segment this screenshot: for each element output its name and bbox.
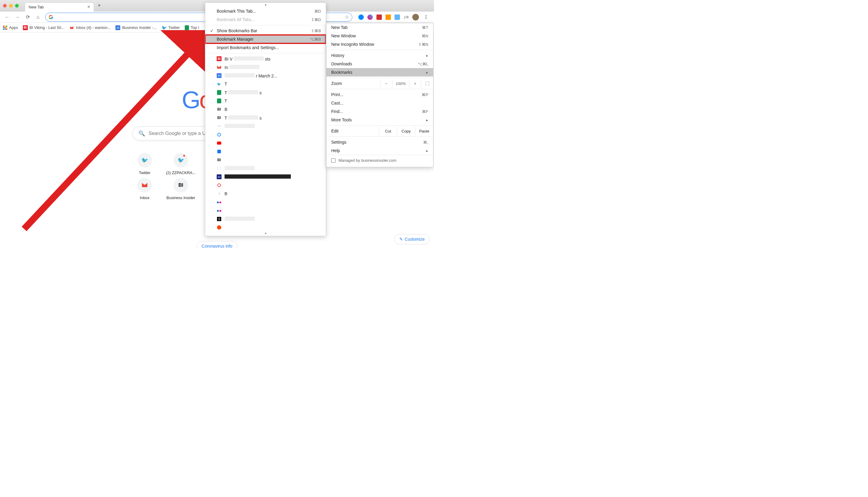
bookmark-this-tab-item[interactable]: Bookmark This Tab... ⌘D bbox=[205, 7, 326, 15]
menu-find[interactable]: Find...⌘F bbox=[326, 107, 433, 116]
menu-separator bbox=[205, 25, 326, 25]
new-tab-button[interactable]: + bbox=[96, 1, 102, 10]
zoom-in-button[interactable]: + bbox=[409, 79, 421, 88]
shortcut-tile[interactable]: BI Business Insider bbox=[164, 178, 197, 200]
bookmark-title: T s bbox=[225, 90, 321, 95]
maximize-window-button[interactable] bbox=[15, 4, 19, 8]
menu-shortcut: ⇧⌘D bbox=[311, 17, 321, 22]
scroll-up-indicator[interactable]: ▴ bbox=[205, 3, 326, 7]
cut-button[interactable]: Cut bbox=[379, 127, 397, 135]
menu-history[interactable]: History▸ bbox=[326, 51, 433, 60]
extension-icon[interactable] bbox=[386, 14, 391, 20]
bookmark-list-item[interactable] bbox=[205, 223, 326, 232]
favicon-icon bbox=[217, 65, 222, 70]
forward-button[interactable]: → bbox=[13, 13, 22, 22]
bookmark-list-item[interactable]: In bbox=[205, 63, 326, 71]
menu-settings[interactable]: Settings⌘, bbox=[326, 138, 433, 146]
bookmark-list-item[interactable] bbox=[205, 198, 326, 206]
home-button[interactable]: ⌂ bbox=[34, 13, 42, 22]
back-button[interactable]: ← bbox=[3, 13, 12, 22]
extension-icon[interactable] bbox=[367, 14, 373, 20]
menu-bookmarks[interactable]: Bookmarks▸ bbox=[326, 68, 433, 76]
scroll-down-indicator[interactable]: ▾ bbox=[205, 232, 326, 236]
extension-icon[interactable] bbox=[358, 14, 364, 20]
menu-downloads[interactable]: Downloads⌥⌘L bbox=[326, 60, 433, 68]
menu-new-tab[interactable]: New Tab⌘T bbox=[326, 23, 433, 32]
bookmark-list-item[interactable] bbox=[205, 130, 326, 139]
gmail-favicon-icon bbox=[69, 25, 74, 30]
bookmark-list-item[interactable]: 〃B bbox=[205, 189, 326, 198]
bookmark-list-item[interactable] bbox=[205, 147, 326, 156]
chrome-menu-button[interactable] bbox=[422, 15, 429, 19]
bookmark-manager-item[interactable]: Bookmark Manager ⌥⌘B bbox=[205, 35, 326, 43]
show-bookmarks-bar-item[interactable]: ✓ Show Bookmarks Bar ⇧⌘B bbox=[205, 27, 326, 35]
import-bookmarks-item[interactable]: Import Bookmarks and Settings... bbox=[205, 43, 326, 52]
menu-cast[interactable]: Cast... bbox=[326, 99, 433, 107]
managed-label: Managed by businessinsider.com bbox=[338, 158, 396, 163]
bookmark-list-item[interactable]: BIB bbox=[205, 105, 326, 114]
browser-tab[interactable]: New Tab × bbox=[25, 2, 94, 12]
profile-avatar[interactable] bbox=[412, 14, 419, 20]
fullscreen-button[interactable]: ⛶ bbox=[421, 79, 433, 88]
zoom-out-button[interactable]: − bbox=[380, 79, 392, 88]
minimize-window-button[interactable] bbox=[9, 4, 13, 8]
bookmark-list-item[interactable]: T s bbox=[205, 88, 326, 97]
bookmark-list-item[interactable]: T bbox=[205, 97, 326, 105]
bookmark-item[interactable]: 🐦 Twitter bbox=[162, 25, 180, 30]
bookmark-list-item[interactable]: 〰 bbox=[205, 122, 326, 130]
tab-close-button[interactable]: × bbox=[87, 4, 90, 10]
bookmark-item[interactable]: 24 Business Insider -... bbox=[115, 25, 156, 30]
bookmark-list-item[interactable]: 🐦T bbox=[205, 80, 326, 88]
reload-button[interactable]: ⟳ bbox=[24, 13, 32, 22]
menu-new-window[interactable]: New Window⌘N bbox=[326, 32, 433, 40]
menu-label: Zoom bbox=[326, 81, 380, 86]
bookmark-title: In bbox=[225, 65, 321, 70]
bookmark-list-item[interactable]: ⋮⋮ bbox=[205, 164, 326, 173]
bookmark-label: Twitter bbox=[168, 25, 180, 30]
bookmark-list-item[interactable] bbox=[205, 139, 326, 147]
menu-help[interactable]: Help▸ bbox=[326, 146, 433, 155]
bookmark-list-item[interactable]: AV bbox=[205, 173, 326, 181]
bookmark-title: T bbox=[225, 99, 321, 103]
twitter-favicon-icon: 🐦 bbox=[162, 25, 167, 30]
bookmark-list-item[interactable]: 24 r March 2... bbox=[205, 71, 326, 80]
bookmark-list-item[interactable] bbox=[205, 206, 326, 215]
apps-shortcut[interactable]: Apps bbox=[3, 25, 18, 30]
favicon-icon bbox=[217, 149, 222, 154]
bookmark-list-item[interactable]: BI bbox=[205, 156, 326, 164]
menu-label: Bookmark This Tab... bbox=[217, 9, 311, 14]
tile-label: (2) ZZPACKRA... bbox=[166, 170, 196, 175]
tile-icon: BI bbox=[173, 178, 188, 193]
bookmark-star-icon[interactable]: ☆ bbox=[345, 14, 349, 20]
menu-label: Bookmark Manager bbox=[217, 37, 307, 42]
shortcut-tile[interactable]: 🐦 (2) ZZPACKRA... bbox=[164, 153, 197, 175]
shortcut-tile[interactable]: Inbox bbox=[128, 178, 161, 200]
bookmark-title: B bbox=[225, 191, 321, 196]
favicon-icon bbox=[217, 200, 222, 204]
menu-print[interactable]: Print...⌘P bbox=[326, 90, 433, 99]
bookmark-item[interactable]: BI BI Viking - Last 50... bbox=[23, 25, 65, 30]
coronavirus-info-link[interactable]: Coronavirus info bbox=[196, 241, 238, 248]
zoom-level: 100% bbox=[392, 79, 409, 88]
menu-more-tools[interactable]: More Tools▸ bbox=[326, 116, 433, 124]
media-control-icon[interactable]: ♪≡ bbox=[404, 14, 409, 20]
bookmark-title bbox=[225, 166, 321, 171]
copy-button[interactable]: Copy bbox=[397, 127, 415, 135]
bookmark-item[interactable]: Top l bbox=[185, 25, 199, 30]
bookmark-list-item[interactable]: BIBI V sts bbox=[205, 55, 326, 63]
menu-new-incognito[interactable]: New Incognito Window⇧⌘N bbox=[326, 40, 433, 48]
paste-button[interactable]: Paste bbox=[415, 127, 433, 135]
shortcut-tile[interactable]: 🐦 Twitter bbox=[128, 153, 161, 175]
menu-edit-row: Edit Cut Copy Paste bbox=[326, 127, 433, 135]
bookmark-list-item[interactable] bbox=[205, 181, 326, 189]
menu-shortcut: ⌘, bbox=[423, 140, 428, 145]
bookmark-item[interactable]: Inbox (4) - wanton... bbox=[69, 25, 111, 30]
bookmark-list-item[interactable]: BIT s bbox=[205, 114, 326, 122]
extension-icon[interactable] bbox=[394, 14, 400, 20]
customize-button[interactable]: ✎ Customize bbox=[394, 234, 430, 244]
close-window-button[interactable] bbox=[3, 4, 6, 8]
tile-icon bbox=[137, 178, 152, 193]
bookmark-list-item[interactable]: S bbox=[205, 215, 326, 223]
extension-icon[interactable] bbox=[376, 14, 382, 20]
menu-label: Print... bbox=[331, 92, 343, 97]
